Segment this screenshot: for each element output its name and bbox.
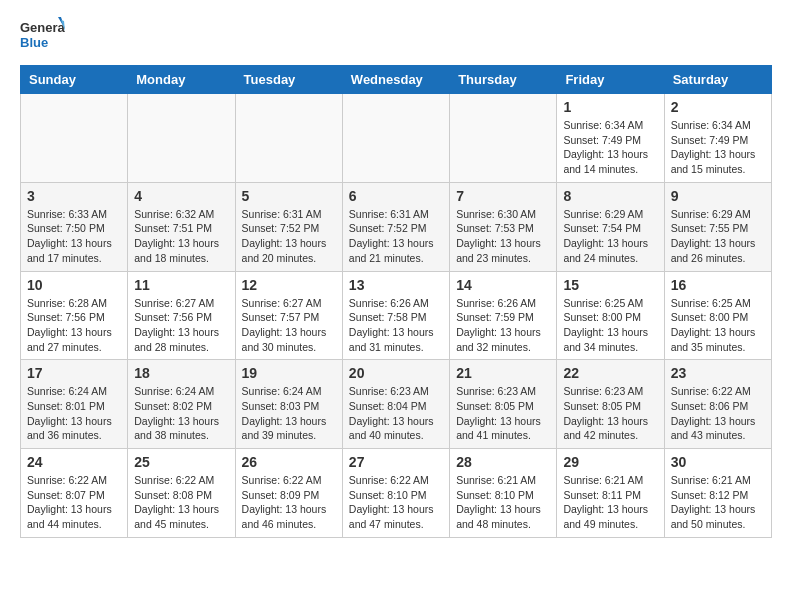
col-header-monday: Monday [128, 66, 235, 94]
day-number: 15 [563, 277, 657, 293]
calendar-body: 1Sunrise: 6:34 AM Sunset: 7:49 PM Daylig… [21, 94, 772, 538]
day-number: 25 [134, 454, 228, 470]
day-info: Sunrise: 6:24 AM Sunset: 8:03 PM Dayligh… [242, 384, 336, 443]
calendar-cell: 12Sunrise: 6:27 AM Sunset: 7:57 PM Dayli… [235, 271, 342, 360]
day-info: Sunrise: 6:28 AM Sunset: 7:56 PM Dayligh… [27, 296, 121, 355]
logo-svg: General Blue [20, 15, 65, 55]
day-info: Sunrise: 6:34 AM Sunset: 7:49 PM Dayligh… [671, 118, 765, 177]
calendar-cell: 6Sunrise: 6:31 AM Sunset: 7:52 PM Daylig… [342, 182, 449, 271]
day-info: Sunrise: 6:29 AM Sunset: 7:54 PM Dayligh… [563, 207, 657, 266]
calendar-cell: 16Sunrise: 6:25 AM Sunset: 8:00 PM Dayli… [664, 271, 771, 360]
day-info: Sunrise: 6:34 AM Sunset: 7:49 PM Dayligh… [563, 118, 657, 177]
calendar-cell: 23Sunrise: 6:22 AM Sunset: 8:06 PM Dayli… [664, 360, 771, 449]
day-info: Sunrise: 6:22 AM Sunset: 8:06 PM Dayligh… [671, 384, 765, 443]
calendar-cell: 3Sunrise: 6:33 AM Sunset: 7:50 PM Daylig… [21, 182, 128, 271]
day-number: 8 [563, 188, 657, 204]
day-number: 28 [456, 454, 550, 470]
col-header-friday: Friday [557, 66, 664, 94]
day-number: 29 [563, 454, 657, 470]
day-info: Sunrise: 6:33 AM Sunset: 7:50 PM Dayligh… [27, 207, 121, 266]
day-info: Sunrise: 6:22 AM Sunset: 8:08 PM Dayligh… [134, 473, 228, 532]
day-number: 17 [27, 365, 121, 381]
day-number: 1 [563, 99, 657, 115]
day-info: Sunrise: 6:24 AM Sunset: 8:02 PM Dayligh… [134, 384, 228, 443]
calendar-cell: 24Sunrise: 6:22 AM Sunset: 8:07 PM Dayli… [21, 449, 128, 538]
day-number: 4 [134, 188, 228, 204]
calendar-cell: 4Sunrise: 6:32 AM Sunset: 7:51 PM Daylig… [128, 182, 235, 271]
calendar-cell: 21Sunrise: 6:23 AM Sunset: 8:05 PM Dayli… [450, 360, 557, 449]
calendar-cell [128, 94, 235, 183]
calendar-cell: 9Sunrise: 6:29 AM Sunset: 7:55 PM Daylig… [664, 182, 771, 271]
day-number: 23 [671, 365, 765, 381]
col-header-saturday: Saturday [664, 66, 771, 94]
day-info: Sunrise: 6:26 AM Sunset: 7:59 PM Dayligh… [456, 296, 550, 355]
day-info: Sunrise: 6:25 AM Sunset: 8:00 PM Dayligh… [671, 296, 765, 355]
calendar-cell: 5Sunrise: 6:31 AM Sunset: 7:52 PM Daylig… [235, 182, 342, 271]
day-info: Sunrise: 6:32 AM Sunset: 7:51 PM Dayligh… [134, 207, 228, 266]
day-info: Sunrise: 6:27 AM Sunset: 7:57 PM Dayligh… [242, 296, 336, 355]
calendar-cell: 19Sunrise: 6:24 AM Sunset: 8:03 PM Dayli… [235, 360, 342, 449]
header-row: SundayMondayTuesdayWednesdayThursdayFrid… [21, 66, 772, 94]
col-header-tuesday: Tuesday [235, 66, 342, 94]
logo-container: General Blue [20, 15, 65, 55]
day-number: 19 [242, 365, 336, 381]
calendar-header: SundayMondayTuesdayWednesdayThursdayFrid… [21, 66, 772, 94]
calendar-cell: 28Sunrise: 6:21 AM Sunset: 8:10 PM Dayli… [450, 449, 557, 538]
day-info: Sunrise: 6:29 AM Sunset: 7:55 PM Dayligh… [671, 207, 765, 266]
day-info: Sunrise: 6:30 AM Sunset: 7:53 PM Dayligh… [456, 207, 550, 266]
day-number: 16 [671, 277, 765, 293]
day-info: Sunrise: 6:24 AM Sunset: 8:01 PM Dayligh… [27, 384, 121, 443]
day-info: Sunrise: 6:22 AM Sunset: 8:09 PM Dayligh… [242, 473, 336, 532]
calendar-cell: 10Sunrise: 6:28 AM Sunset: 7:56 PM Dayli… [21, 271, 128, 360]
calendar-row-5: 24Sunrise: 6:22 AM Sunset: 8:07 PM Dayli… [21, 449, 772, 538]
day-number: 3 [27, 188, 121, 204]
col-header-sunday: Sunday [21, 66, 128, 94]
day-info: Sunrise: 6:22 AM Sunset: 8:07 PM Dayligh… [27, 473, 121, 532]
col-header-wednesday: Wednesday [342, 66, 449, 94]
day-number: 7 [456, 188, 550, 204]
calendar-cell [342, 94, 449, 183]
calendar-cell: 30Sunrise: 6:21 AM Sunset: 8:12 PM Dayli… [664, 449, 771, 538]
calendar-cell: 22Sunrise: 6:23 AM Sunset: 8:05 PM Dayli… [557, 360, 664, 449]
calendar-table: SundayMondayTuesdayWednesdayThursdayFrid… [20, 65, 772, 538]
day-info: Sunrise: 6:23 AM Sunset: 8:04 PM Dayligh… [349, 384, 443, 443]
day-number: 20 [349, 365, 443, 381]
day-number: 22 [563, 365, 657, 381]
calendar-cell: 1Sunrise: 6:34 AM Sunset: 7:49 PM Daylig… [557, 94, 664, 183]
calendar-cell: 14Sunrise: 6:26 AM Sunset: 7:59 PM Dayli… [450, 271, 557, 360]
calendar-cell [235, 94, 342, 183]
calendar-cell: 25Sunrise: 6:22 AM Sunset: 8:08 PM Dayli… [128, 449, 235, 538]
col-header-thursday: Thursday [450, 66, 557, 94]
calendar-cell: 13Sunrise: 6:26 AM Sunset: 7:58 PM Dayli… [342, 271, 449, 360]
calendar-cell: 18Sunrise: 6:24 AM Sunset: 8:02 PM Dayli… [128, 360, 235, 449]
day-number: 11 [134, 277, 228, 293]
day-info: Sunrise: 6:23 AM Sunset: 8:05 PM Dayligh… [456, 384, 550, 443]
page-header: General Blue [0, 0, 792, 60]
day-info: Sunrise: 6:31 AM Sunset: 7:52 PM Dayligh… [242, 207, 336, 266]
day-info: Sunrise: 6:21 AM Sunset: 8:10 PM Dayligh… [456, 473, 550, 532]
day-number: 6 [349, 188, 443, 204]
calendar-row-1: 1Sunrise: 6:34 AM Sunset: 7:49 PM Daylig… [21, 94, 772, 183]
calendar-cell: 20Sunrise: 6:23 AM Sunset: 8:04 PM Dayli… [342, 360, 449, 449]
calendar-cell: 27Sunrise: 6:22 AM Sunset: 8:10 PM Dayli… [342, 449, 449, 538]
day-number: 27 [349, 454, 443, 470]
day-info: Sunrise: 6:21 AM Sunset: 8:12 PM Dayligh… [671, 473, 765, 532]
day-info: Sunrise: 6:27 AM Sunset: 7:56 PM Dayligh… [134, 296, 228, 355]
day-number: 24 [27, 454, 121, 470]
calendar-cell: 15Sunrise: 6:25 AM Sunset: 8:00 PM Dayli… [557, 271, 664, 360]
calendar-cell: 8Sunrise: 6:29 AM Sunset: 7:54 PM Daylig… [557, 182, 664, 271]
calendar-cell: 2Sunrise: 6:34 AM Sunset: 7:49 PM Daylig… [664, 94, 771, 183]
calendar-cell: 29Sunrise: 6:21 AM Sunset: 8:11 PM Dayli… [557, 449, 664, 538]
logo: General Blue [20, 15, 65, 55]
calendar-row-3: 10Sunrise: 6:28 AM Sunset: 7:56 PM Dayli… [21, 271, 772, 360]
day-number: 18 [134, 365, 228, 381]
calendar-cell [21, 94, 128, 183]
day-number: 2 [671, 99, 765, 115]
calendar-cell: 11Sunrise: 6:27 AM Sunset: 7:56 PM Dayli… [128, 271, 235, 360]
calendar-cell: 17Sunrise: 6:24 AM Sunset: 8:01 PM Dayli… [21, 360, 128, 449]
day-number: 26 [242, 454, 336, 470]
day-info: Sunrise: 6:26 AM Sunset: 7:58 PM Dayligh… [349, 296, 443, 355]
calendar-cell [450, 94, 557, 183]
calendar-row-2: 3Sunrise: 6:33 AM Sunset: 7:50 PM Daylig… [21, 182, 772, 271]
day-number: 30 [671, 454, 765, 470]
